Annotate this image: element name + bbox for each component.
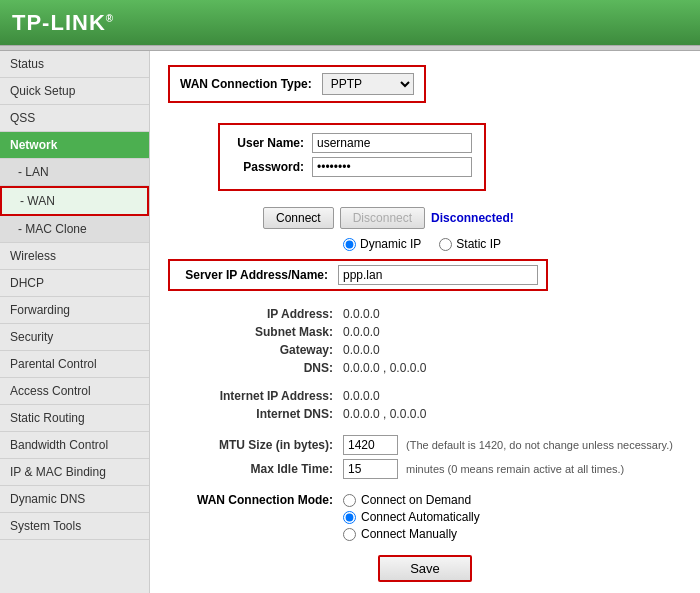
dns-label: DNS:	[168, 361, 343, 375]
server-ip-section: Server IP Address/Name:	[168, 259, 682, 299]
dns-value: 0.0.0.0 , 0.0.0.0	[343, 361, 426, 375]
sidebar-item-bandwidth-control[interactable]: Bandwidth Control	[0, 432, 149, 459]
server-ip-label: Server IP Address/Name:	[178, 268, 338, 282]
internet-ip-value: 0.0.0.0	[343, 389, 380, 403]
wan-mode-label: WAN Connection Mode:	[168, 493, 343, 507]
username-input[interactable]	[312, 133, 472, 153]
sidebar-item-status[interactable]: Status	[0, 51, 149, 78]
save-button[interactable]: Save	[378, 555, 472, 582]
sidebar-item-security[interactable]: Security	[0, 324, 149, 351]
gateway-row: Gateway: 0.0.0.0	[168, 343, 682, 357]
sidebar-item-system-tools[interactable]: System Tools	[0, 513, 149, 540]
mode-demand-label[interactable]: Connect on Demand	[343, 493, 480, 507]
sidebar-item-quick-setup[interactable]: Quick Setup	[0, 78, 149, 105]
ip-address-value: 0.0.0.0	[343, 307, 380, 321]
wan-type-label: WAN Connection Type:	[180, 77, 312, 91]
main-content: WAN Connection Type: PPTP Dynamic IP Sta…	[150, 51, 700, 593]
max-idle-input[interactable]	[343, 459, 398, 479]
wan-mode-section: WAN Connection Mode: Connect on Demand C…	[168, 493, 682, 541]
dynamic-ip-label: Dynamic IP	[360, 237, 421, 251]
dns-row: DNS: 0.0.0.0 , 0.0.0.0	[168, 361, 682, 375]
header: TP-LINK®	[0, 0, 700, 45]
password-label: Password:	[232, 160, 312, 174]
ip-address-row: IP Address: 0.0.0.0	[168, 307, 682, 321]
username-row: User Name:	[232, 133, 472, 153]
username-label: User Name:	[232, 136, 312, 150]
static-ip-label: Static IP	[456, 237, 501, 251]
mtu-row: MTU Size (in bytes): (The default is 142…	[168, 435, 682, 455]
sidebar-item-qss[interactable]: QSS	[0, 105, 149, 132]
wan-mode-options: Connect on Demand Connect Automatically …	[343, 493, 480, 541]
layout: Status Quick Setup QSS Network - LAN - W…	[0, 51, 700, 593]
sidebar-item-dhcp[interactable]: DHCP	[0, 270, 149, 297]
internet-ip-label: Internet IP Address:	[168, 389, 343, 403]
max-idle-row: Max Idle Time: minutes (0 means remain a…	[168, 459, 682, 479]
server-ip-input[interactable]	[338, 265, 538, 285]
mode-manual-label[interactable]: Connect Manually	[343, 527, 480, 541]
mode-manual-radio[interactable]	[343, 528, 356, 541]
credentials-box: User Name: Password:	[218, 123, 486, 191]
save-row: Save	[168, 555, 682, 582]
mode-demand-text: Connect on Demand	[361, 493, 471, 507]
connect-button[interactable]: Connect	[263, 207, 334, 229]
sidebar-item-access-control[interactable]: Access Control	[0, 378, 149, 405]
gateway-label: Gateway:	[168, 343, 343, 357]
dynamic-ip-radio-label[interactable]: Dynamic IP	[343, 237, 421, 251]
subnet-mask-label: Subnet Mask:	[168, 325, 343, 339]
internet-dns-value: 0.0.0.0 , 0.0.0.0	[343, 407, 426, 421]
logo: TP-LINK®	[12, 10, 114, 36]
dynamic-ip-radio[interactable]	[343, 238, 356, 251]
password-row: Password:	[232, 157, 472, 177]
ip-type-row: Dynamic IP Static IP	[168, 237, 682, 251]
sidebar-item-mac-clone[interactable]: - MAC Clone	[0, 216, 149, 243]
max-idle-hint: minutes (0 means remain active at all ti…	[406, 463, 624, 475]
disconnect-status: Disconnected!	[431, 211, 514, 225]
sidebar-item-forwarding[interactable]: Forwarding	[0, 297, 149, 324]
connect-btn-row: Connect Disconnect Disconnected!	[168, 207, 682, 229]
logo-tm: ®	[106, 12, 114, 23]
mode-auto-radio[interactable]	[343, 511, 356, 524]
internet-ip-row: Internet IP Address: 0.0.0.0	[168, 389, 682, 403]
sidebar-item-lan[interactable]: - LAN	[0, 159, 149, 186]
static-ip-radio[interactable]	[439, 238, 452, 251]
mode-manual-text: Connect Manually	[361, 527, 457, 541]
internet-dns-row: Internet DNS: 0.0.0.0 , 0.0.0.0	[168, 407, 682, 421]
sidebar-item-dynamic-dns[interactable]: Dynamic DNS	[0, 486, 149, 513]
mtu-hint: (The default is 1420, do not change unle…	[406, 439, 673, 451]
disconnect-button[interactable]: Disconnect	[340, 207, 425, 229]
max-idle-label: Max Idle Time:	[168, 462, 343, 476]
logo-text: TP-LINK	[12, 10, 106, 35]
ip-address-label: IP Address:	[168, 307, 343, 321]
sidebar-item-wan[interactable]: - WAN	[0, 186, 149, 216]
mode-auto-label[interactable]: Connect Automatically	[343, 510, 480, 524]
credentials-section: User Name: Password:	[168, 123, 682, 199]
mode-demand-radio[interactable]	[343, 494, 356, 507]
mtu-label: MTU Size (in bytes):	[168, 438, 343, 452]
sidebar-item-ip-mac-binding[interactable]: IP & MAC Binding	[0, 459, 149, 486]
mtu-input[interactable]	[343, 435, 398, 455]
sidebar: Status Quick Setup QSS Network - LAN - W…	[0, 51, 150, 593]
gateway-value: 0.0.0.0	[343, 343, 380, 357]
sidebar-item-static-routing[interactable]: Static Routing	[0, 405, 149, 432]
internet-dns-label: Internet DNS:	[168, 407, 343, 421]
static-ip-radio-label[interactable]: Static IP	[439, 237, 501, 251]
wan-type-select[interactable]: PPTP Dynamic IP Static IP PPPoE L2TP Big…	[322, 73, 414, 95]
sidebar-item-wireless[interactable]: Wireless	[0, 243, 149, 270]
server-ip-box: Server IP Address/Name:	[168, 259, 548, 291]
password-input[interactable]	[312, 157, 472, 177]
mode-auto-text: Connect Automatically	[361, 510, 480, 524]
subnet-mask-value: 0.0.0.0	[343, 325, 380, 339]
subnet-mask-row: Subnet Mask: 0.0.0.0	[168, 325, 682, 339]
wan-type-section: WAN Connection Type: PPTP Dynamic IP Sta…	[168, 65, 682, 113]
wan-type-box: WAN Connection Type: PPTP Dynamic IP Sta…	[168, 65, 426, 103]
sidebar-item-parental-control[interactable]: Parental Control	[0, 351, 149, 378]
sidebar-item-network[interactable]: Network	[0, 132, 149, 159]
